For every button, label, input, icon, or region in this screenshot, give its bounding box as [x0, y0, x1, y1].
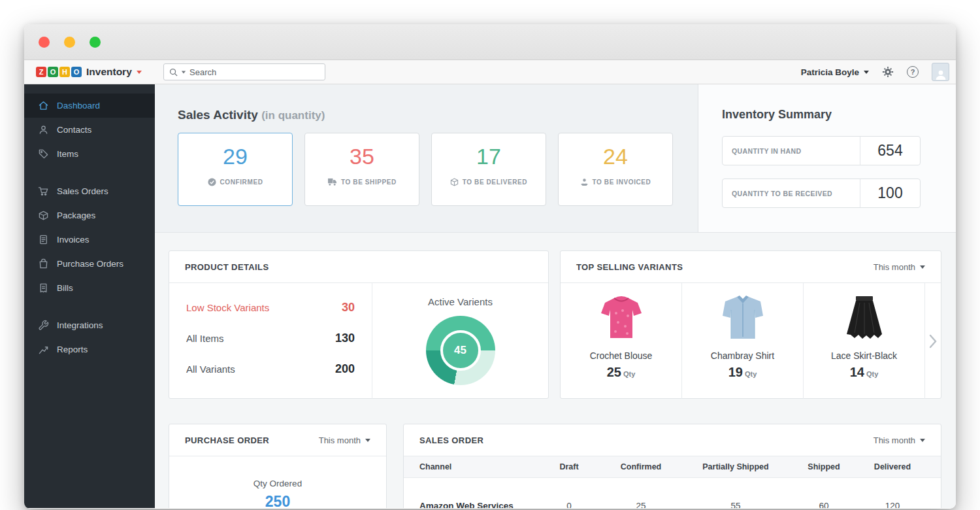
chevron-down-icon [920, 265, 925, 269]
sidebar-item-reports[interactable]: Reports [24, 337, 155, 362]
product-switcher-caret-icon [137, 71, 142, 74]
sales-activity-subtitle: (in quantity) [261, 109, 325, 122]
active-variants-count: 45 [454, 344, 466, 357]
chambray-shirt-image [718, 292, 768, 344]
top-navbar: Z O H O Inventory Patricia Boyle [24, 60, 956, 84]
inventory-summary-section: Inventory Summary QUANTITY IN HAND 654 Q… [698, 84, 956, 232]
chevron-right-icon [929, 334, 937, 348]
search-input[interactable] [189, 67, 319, 77]
top-selling-variants-title: TOP SELLING VARIANTS [576, 262, 683, 272]
window-titlebar [24, 24, 956, 60]
user-avatar[interactable] [932, 63, 949, 81]
box-icon [450, 178, 459, 186]
purchase-order-filter-dropdown[interactable]: This month [319, 435, 370, 445]
check-circle-icon [208, 178, 216, 186]
sidebar-item-purchase-orders[interactable]: Purchase Orders [24, 252, 155, 276]
low-stock-variants-row[interactable]: Low Stock Variants 30 [186, 301, 355, 314]
package-icon [38, 210, 49, 221]
maximize-button[interactable] [90, 37, 101, 48]
sales-order-title: SALES ORDER [419, 435, 483, 445]
confirmed-card[interactable]: 29 CONFIRMED [178, 133, 293, 206]
home-icon [38, 100, 49, 111]
top-selling-filter-dropdown[interactable]: This month [874, 262, 925, 272]
sidebar-item-items[interactable]: Items [24, 142, 155, 166]
sidebar-item-packages[interactable]: Packages [24, 203, 155, 228]
receipt-icon [38, 282, 49, 294]
to-be-shipped-value: 35 [305, 144, 419, 169]
search-scope-caret-icon[interactable] [182, 71, 186, 73]
user-menu-caret-icon [864, 71, 869, 74]
app-logo-menu[interactable]: Z O H O Inventory [24, 66, 163, 78]
sales-activity-section: Sales Activity (in quantity) 29 CONFIRME… [155, 84, 698, 232]
top-selling-variants-card: TOP SELLING VARIANTS This month [560, 250, 941, 399]
variant-chambray-shirt[interactable]: Chambray Shirt 19Qty [682, 283, 804, 399]
cart-icon [38, 186, 49, 197]
product-details-card: PRODUCT DETAILS Low Stock Variants 30 Al… [169, 250, 549, 399]
table-row[interactable]: Amazon Web Services 0 25 55 60 120 [404, 492, 941, 508]
active-variants-donut-chart: 45 [426, 316, 495, 385]
sidebar-item-dashboard[interactable]: Dashboard [24, 94, 155, 118]
sales-order-table-header: Channel Draft Confirmed Partially Shippe… [404, 456, 941, 478]
truck-icon [327, 178, 337, 186]
sales-order-filter-dropdown[interactable]: This month [874, 435, 925, 445]
close-button[interactable] [39, 37, 50, 48]
sidebar-item-integrations[interactable]: Integrations [24, 313, 155, 337]
purchase-order-title: PURCHASE ORDER [185, 435, 269, 445]
quantity-in-hand-row: QUANTITY IN HAND 654 [722, 136, 921, 165]
person-icon [38, 124, 49, 135]
qty-ordered-value: 250 [169, 493, 386, 508]
purchase-order-card: PURCHASE ORDER This month Qty Ordered 25… [169, 424, 387, 508]
global-search [163, 63, 325, 80]
sales-order-card: SALES ORDER This month Channel Draft Con… [403, 424, 941, 508]
quantity-to-be-received-row: QUANTITY TO BE RECEIVED 100 [722, 178, 921, 208]
zoho-logo: Z O H O [36, 67, 82, 77]
sidebar-item-contacts[interactable]: Contacts [24, 118, 155, 142]
help-icon[interactable]: ? [907, 66, 919, 78]
hand-invoice-icon [580, 178, 589, 186]
dashboard-main: Sales Activity (in quantity) 29 CONFIRME… [155, 84, 956, 508]
tool-icon [38, 320, 49, 331]
next-variants-button[interactable] [925, 283, 941, 399]
sidebar-item-sales-orders[interactable]: Sales Orders [24, 179, 155, 203]
user-menu[interactable]: Patricia Boyle [801, 67, 869, 77]
all-items-row[interactable]: All Items 130 [186, 332, 355, 345]
to-be-shipped-card[interactable]: 35 TO BE SHIPPED [304, 133, 419, 206]
variant-crochet-blouse[interactable]: Crochet Blouse 25Qty [561, 283, 682, 399]
settings-gear-icon[interactable] [882, 66, 894, 78]
app-window: Z O H O Inventory Patricia Boyle [24, 24, 956, 509]
person-icon [935, 69, 947, 80]
confirmed-value: 29 [178, 144, 292, 169]
chevron-down-icon [365, 439, 370, 442]
lace-skirt-image [840, 292, 889, 344]
quantity-to-be-received-value: 100 [860, 179, 920, 207]
to-be-invoiced-card[interactable]: 24 TO BE INVOICED [558, 133, 673, 206]
product-name: Inventory [86, 66, 132, 78]
chart-icon [38, 344, 49, 355]
tag-icon [38, 148, 49, 160]
active-variants-label: Active Varients [428, 296, 493, 307]
sidebar-item-invoices[interactable]: Invoices [24, 228, 155, 252]
to-be-invoiced-value: 24 [559, 144, 672, 169]
bag-icon [38, 258, 49, 269]
all-variants-row[interactable]: All Variants 200 [186, 362, 355, 376]
sidebar-item-bills[interactable]: Bills [24, 276, 155, 300]
search-icon [169, 68, 178, 76]
qty-ordered-label: Qty Ordered [169, 479, 386, 488]
inventory-summary-title: Inventory Summary [722, 108, 956, 122]
quantity-in-hand-value: 654 [860, 137, 920, 165]
user-name: Patricia Boyle [801, 67, 859, 77]
minimize-button[interactable] [64, 37, 75, 48]
sidebar: Dashboard Contacts Items Sales Orders Pa… [24, 84, 155, 508]
product-details-title: PRODUCT DETAILS [185, 262, 269, 272]
crochet-blouse-image [596, 292, 646, 344]
variant-lace-skirt-black[interactable]: Lace Skirt-Black 14Qty [804, 283, 925, 399]
invoice-icon [38, 234, 49, 245]
to-be-delivered-card[interactable]: 17 TO BE DELIVERED [431, 133, 546, 206]
chevron-down-icon [920, 439, 925, 442]
to-be-delivered-value: 17 [432, 144, 546, 169]
sales-activity-title: Sales Activity (in quantity) [178, 108, 698, 122]
